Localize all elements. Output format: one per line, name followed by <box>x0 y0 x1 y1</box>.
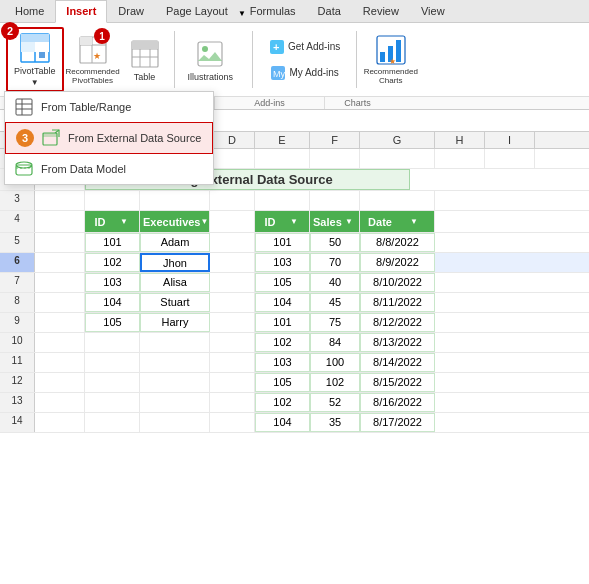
cell-f4-header[interactable]: Sales ▼ <box>310 211 360 232</box>
cell-e13[interactable]: 102 <box>255 393 310 412</box>
cell-f9[interactable]: 75 <box>310 313 360 332</box>
tab-home[interactable]: Home <box>4 0 55 22</box>
cell-b13[interactable] <box>85 393 140 412</box>
col-header-d[interactable]: D <box>210 132 255 148</box>
cell-c7[interactable]: Alisa <box>140 273 210 292</box>
cell-c4-header[interactable]: Executives ▼ <box>140 211 210 232</box>
row-header-10[interactable]: 10 <box>0 333 35 352</box>
cell-b8[interactable]: 104 <box>85 293 140 312</box>
cell-f7[interactable]: 40 <box>310 273 360 292</box>
cell-e3[interactable] <box>255 191 310 210</box>
tab-page-layout[interactable]: Page Layout <box>155 0 239 22</box>
cell-c8[interactable]: Stuart <box>140 293 210 312</box>
cell-g11[interactable]: 8/14/2022 <box>360 353 435 372</box>
cell-g12[interactable]: 8/15/2022 <box>360 373 435 392</box>
row-header-12[interactable]: 12 <box>0 373 35 392</box>
cell-g9[interactable]: 8/12/2022 <box>360 313 435 332</box>
col-header-i[interactable]: I <box>485 132 535 148</box>
pivot-dropdown-arrow[interactable]: ▼ <box>31 78 39 87</box>
cell-d9[interactable] <box>210 313 255 332</box>
cell-a3[interactable] <box>35 191 85 210</box>
cell-g14[interactable]: 8/17/2022 <box>360 413 435 432</box>
cell-a5[interactable] <box>35 233 85 252</box>
cell-e5[interactable]: 101 <box>255 233 310 252</box>
cell-e10[interactable]: 102 <box>255 333 310 352</box>
cell-c11[interactable] <box>140 353 210 372</box>
cell-b14[interactable] <box>85 413 140 432</box>
cell-a8[interactable] <box>35 293 85 312</box>
row-header-7[interactable]: 7 <box>0 273 35 292</box>
cell-d13[interactable] <box>210 393 255 412</box>
cell-e14[interactable]: 104 <box>255 413 310 432</box>
cell-i1[interactable] <box>485 149 535 168</box>
illustrations-button[interactable]: Illustrations <box>181 27 241 92</box>
tab-insert[interactable]: Insert <box>55 0 107 23</box>
cell-g6[interactable]: 8/9/2022 <box>360 253 435 272</box>
row-header-6[interactable]: 6 <box>0 253 35 272</box>
cell-f8[interactable]: 45 <box>310 293 360 312</box>
cell-a6[interactable] <box>35 253 85 272</box>
cell-e9[interactable]: 101 <box>255 313 310 332</box>
illustrations-dropdown-arrow[interactable]: ▼ <box>238 9 246 92</box>
cell-d10[interactable] <box>210 333 255 352</box>
cell-b5[interactable]: 101 <box>85 233 140 252</box>
cell-f1[interactable] <box>310 149 360 168</box>
cell-e7[interactable]: 105 <box>255 273 310 292</box>
cell-a10[interactable] <box>35 333 85 352</box>
cell-c10[interactable] <box>140 333 210 352</box>
cell-b4-header[interactable]: ID ▼ <box>85 211 140 232</box>
cell-b12[interactable] <box>85 373 140 392</box>
tab-formulas[interactable]: Formulas <box>239 0 307 22</box>
cell-a11[interactable] <box>35 353 85 372</box>
cell-d7[interactable] <box>210 273 255 292</box>
cell-f3[interactable] <box>310 191 360 210</box>
cell-e4-header[interactable]: ID ▼ <box>255 211 310 232</box>
cell-c9[interactable]: Harry <box>140 313 210 332</box>
cell-c3[interactable] <box>140 191 210 210</box>
cell-a12[interactable] <box>35 373 85 392</box>
cell-f12[interactable]: 102 <box>310 373 360 392</box>
cell-f6[interactable]: 70 <box>310 253 360 272</box>
cell-a13[interactable] <box>35 393 85 412</box>
cell-c5[interactable]: Adam <box>140 233 210 252</box>
col-header-g[interactable]: G <box>360 132 435 148</box>
table-button[interactable]: Table <box>122 27 168 92</box>
pivot-table-button[interactable]: 2 Pi <box>6 27 64 92</box>
cell-d5[interactable] <box>210 233 255 252</box>
cell-b7[interactable]: 103 <box>85 273 140 292</box>
cell-f5[interactable]: 50 <box>310 233 360 252</box>
cell-b9[interactable]: 105 <box>85 313 140 332</box>
cell-g5[interactable]: 8/8/2022 <box>360 233 435 252</box>
from-table-range-item[interactable]: From Table/Range <box>5 92 213 122</box>
row-header-14[interactable]: 14 <box>0 413 35 432</box>
cell-g3[interactable] <box>360 191 435 210</box>
cell-e11[interactable]: 103 <box>255 353 310 372</box>
filter-icon-id[interactable]: ▼ <box>112 217 136 226</box>
cell-a14[interactable] <box>35 413 85 432</box>
cell-c6[interactable]: Jhon <box>140 253 210 272</box>
row-header-4[interactable]: 4 <box>0 211 35 232</box>
filter-icon-sales[interactable]: ▼ <box>342 217 356 226</box>
cell-a7[interactable] <box>35 273 85 292</box>
cell-e6[interactable]: 103 <box>255 253 310 272</box>
row-header-3[interactable]: 3 <box>0 191 35 210</box>
cell-b11[interactable] <box>85 353 140 372</box>
cell-d4[interactable] <box>210 211 255 232</box>
cell-b3[interactable] <box>85 191 140 210</box>
tab-review[interactable]: Review <box>352 0 410 22</box>
cell-g4-header[interactable]: Date ▼ <box>360 211 435 232</box>
cell-e8[interactable]: 104 <box>255 293 310 312</box>
cell-f14[interactable]: 35 <box>310 413 360 432</box>
tab-data[interactable]: Data <box>307 0 352 22</box>
col-header-h[interactable]: H <box>435 132 485 148</box>
cell-g1[interactable] <box>360 149 435 168</box>
recommended-pivot-tables-button[interactable]: ★ RecommendedPivotTables <box>68 27 118 92</box>
row-header-11[interactable]: 11 <box>0 353 35 372</box>
row-header-13[interactable]: 13 <box>0 393 35 412</box>
get-add-ins-button[interactable]: + Get Add-ins <box>263 35 346 59</box>
cell-g8[interactable]: 8/11/2022 <box>360 293 435 312</box>
cell-d12[interactable] <box>210 373 255 392</box>
cell-d6[interactable] <box>210 253 255 272</box>
from-external-data-source-item[interactable]: 3 From External Data Source <box>5 122 213 154</box>
col-header-f[interactable]: F <box>310 132 360 148</box>
